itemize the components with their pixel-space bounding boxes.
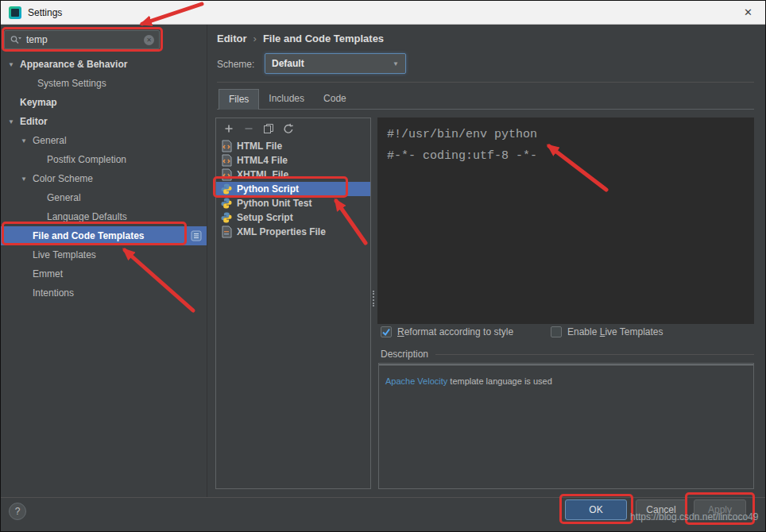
description-text: template language is used	[447, 376, 551, 386]
help-button[interactable]: ?	[9, 503, 26, 520]
sidebar-item-editor[interactable]: ▼Editor	[1, 112, 207, 131]
template-item-setup-script[interactable]: Setup Script	[216, 210, 370, 225]
window-title: Settings	[28, 7, 62, 18]
template-item-label: Python Unit Test	[237, 198, 311, 209]
chevron-down-icon[interactable]: ▼	[7, 61, 15, 68]
tab-label: Files	[229, 94, 249, 105]
checkbox-checked-icon	[381, 326, 392, 337]
add-template-button[interactable]	[223, 123, 234, 134]
tab-code[interactable]: Code	[314, 89, 356, 110]
search-input[interactable]: temp ✕	[4, 30, 160, 49]
template-item-xml-properties-file[interactable]: XML Properties File	[216, 225, 370, 239]
settings-tree: ▼Appearance & Behavior System Settings K…	[1, 55, 207, 303]
sidebar-item-label: File and Code Templates	[33, 230, 144, 241]
settings-dialog: Settings ✕ temp ✕ ▼Appearance & Behavior…	[0, 0, 766, 532]
list-toolbar	[216, 118, 370, 139]
python-file-icon	[220, 183, 233, 195]
sidebar-item-label: Color Scheme	[33, 173, 93, 184]
tab-includes[interactable]: Includes	[259, 89, 314, 110]
html-file-icon	[220, 168, 233, 181]
template-list-panel: HTML File HTML4 File XHTML File Python S…	[215, 118, 371, 489]
sidebar-item-label: Editor	[20, 116, 48, 127]
sidebar-item-label: Appearance & Behavior	[20, 59, 127, 70]
copy-template-button[interactable]	[263, 123, 274, 134]
chevron-down-icon[interactable]: ▼	[7, 118, 15, 125]
footer-divider	[1, 497, 765, 498]
sidebar-item-label: General	[47, 192, 81, 203]
sidebar-item-general[interactable]: ▼General	[1, 131, 207, 150]
reformat-checkbox[interactable]: Reformat according to style	[381, 326, 513, 337]
description-divider	[435, 354, 754, 355]
html-file-icon	[220, 140, 233, 152]
sidebar-item-label: System Settings	[37, 78, 106, 89]
description-title: Description	[381, 349, 428, 360]
xml-properties-file-icon	[220, 226, 233, 238]
apply-button[interactable]: Apply	[694, 499, 746, 520]
settings-sidebar: temp ✕ ▼Appearance & Behavior System Set…	[1, 25, 207, 498]
template-tabs: Files Includes Code	[219, 89, 356, 110]
sidebar-item-intentions[interactable]: Intentions	[1, 283, 207, 303]
sidebar-item-appearance-behavior[interactable]: ▼Appearance & Behavior	[1, 55, 207, 74]
template-editor[interactable]: #!/usr/bin/env python #-*- coding:utf-8 …	[377, 118, 754, 324]
template-item-html-file[interactable]: HTML File	[216, 139, 370, 153]
template-item-label: XHTML File	[237, 169, 288, 180]
sidebar-item-system-settings[interactable]: System Settings	[1, 74, 207, 93]
ok-button[interactable]: OK	[565, 499, 627, 520]
tab-label: Includes	[269, 93, 304, 104]
tab-label: Code	[323, 93, 346, 104]
sidebar-item-color-scheme[interactable]: ▼Color Scheme	[1, 169, 207, 188]
search-value: temp	[26, 34, 140, 45]
enable-live-templates-label: Enable Live Templates	[567, 326, 663, 337]
template-item-label: XML Properties File	[237, 226, 326, 237]
template-item-label: Python Script	[237, 183, 299, 195]
template-item-python-script[interactable]: Python Script	[216, 182, 370, 196]
header-divider	[217, 82, 754, 83]
splitter-grip[interactable]	[373, 291, 374, 306]
sidebar-item-label: Intentions	[33, 287, 74, 299]
chevron-down-icon[interactable]: ▼	[20, 137, 28, 145]
revert-template-button[interactable]	[283, 123, 294, 134]
checkbox-unchecked-icon	[551, 326, 562, 337]
template-item-python-unit-test[interactable]: Python Unit Test	[216, 196, 370, 210]
template-item-html4-file[interactable]: HTML4 File	[216, 153, 370, 168]
sidebar-item-label: Postfix Completion	[47, 154, 126, 165]
template-item-label: HTML4 File	[237, 155, 288, 166]
chevron-down-icon: ▼	[393, 60, 399, 67]
sidebar-item-live-templates[interactable]: Live Templates	[1, 245, 207, 264]
sidebar-item-language-defaults[interactable]: Language Defaults	[1, 207, 207, 226]
scheme-label: Scheme:	[217, 59, 254, 70]
python-file-icon	[220, 197, 233, 210]
sidebar-item-postfix-completion[interactable]: Postfix Completion	[1, 150, 207, 169]
remove-template-button[interactable]	[243, 123, 254, 134]
clear-search-icon[interactable]: ✕	[144, 35, 154, 45]
sidebar-item-emmet[interactable]: Emmet	[1, 264, 207, 283]
cancel-button[interactable]: Cancel	[636, 499, 687, 520]
template-item-label: Setup Script	[237, 212, 293, 223]
enable-live-templates-checkbox[interactable]: Enable Live Templates	[551, 326, 663, 337]
description-keyword: Apache Velocity	[385, 376, 447, 386]
description-panel: Apache Velocity template language is use…	[378, 363, 754, 489]
chevron-down-icon[interactable]: ▼	[20, 175, 28, 183]
sidebar-item-label: Language Defaults	[47, 211, 127, 222]
sidebar-item-label: Live Templates	[33, 249, 96, 260]
tab-files[interactable]: Files	[219, 89, 259, 110]
settings-window-icon	[9, 6, 21, 19]
breadcrumb-separator-icon: ›	[253, 33, 257, 44]
scheme-select[interactable]: Default ▼	[265, 53, 406, 74]
python-file-icon	[220, 211, 233, 224]
breadcrumb: Editor › File and Code Templates	[217, 33, 384, 44]
sidebar-item-color-scheme-general[interactable]: General	[1, 188, 207, 207]
template-item-xhtml-file[interactable]: XHTML File	[216, 168, 370, 182]
sidebar-item-label: General	[33, 135, 67, 146]
html-file-icon	[220, 154, 233, 167]
breadcrumb-parent[interactable]: Editor	[217, 33, 247, 44]
breadcrumb-current: File and Code Templates	[263, 33, 384, 44]
sidebar-item-file-and-code-templates[interactable]: File and Code Templates	[1, 226, 207, 245]
title-bar: Settings ✕	[1, 1, 765, 25]
sidebar-item-label: Emmet	[33, 268, 63, 279]
sidebar-item-label: Keymap	[20, 97, 57, 108]
editor-line: #!/usr/bin/env python	[387, 124, 745, 145]
scheme-value: Default	[272, 58, 393, 69]
sidebar-item-keymap[interactable]: Keymap	[1, 93, 207, 112]
close-icon[interactable]: ✕	[739, 6, 757, 18]
